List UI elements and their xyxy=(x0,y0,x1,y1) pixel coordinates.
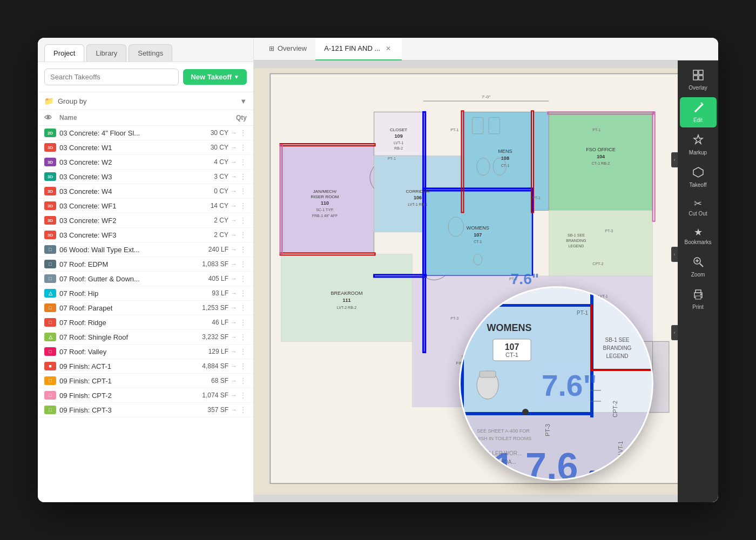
svg-text:7'-0": 7'-0" xyxy=(482,94,490,99)
item-menu[interactable]: ⋮ xyxy=(239,231,247,239)
item-menu[interactable]: ⋮ xyxy=(239,245,247,254)
item-menu[interactable]: ⋮ xyxy=(239,216,247,225)
item-arrow: → xyxy=(231,260,237,268)
item-menu[interactable]: ⋮ xyxy=(239,187,247,195)
item-menu[interactable]: ⋮ xyxy=(239,172,247,181)
svg-text:CORRIDOR: CORRIDOR xyxy=(406,189,430,194)
item-menu[interactable]: ⋮ xyxy=(239,391,247,400)
item-qty: 30 CY xyxy=(193,129,228,137)
tab-close-button[interactable]: ✕ xyxy=(383,44,393,53)
list-item[interactable]: 3D 03 Concrete: W2 4 CY → ⋮ xyxy=(38,155,253,170)
toolbar-section-chevron[interactable]: ‹ xyxy=(671,247,678,262)
bookmarks-icon: ★ xyxy=(694,227,703,237)
chevron-left-icon: ‹ xyxy=(674,157,676,163)
list-item[interactable]: □ 07 Roof: EDPM 1,083 SF → ⋮ xyxy=(38,257,253,272)
svg-text:WOMENS: WOMENS xyxy=(467,225,489,231)
item-qty: 405 LF xyxy=(193,275,228,282)
item-menu[interactable]: ⋮ xyxy=(239,362,247,370)
toolbar-bottom-chevron[interactable]: ‹ xyxy=(671,325,678,340)
list-item[interactable]: □ 07 Roof: Gutter & Down... 405 LF → ⋮ xyxy=(38,272,253,286)
tab-settings[interactable]: Settings xyxy=(129,44,172,62)
svg-rect-83 xyxy=(461,304,590,307)
list-item[interactable]: □ 09 Finish: CPT-2 1,074 SF → ⋮ xyxy=(38,388,253,403)
item-qty: 129 LF xyxy=(193,348,228,355)
item-badge: ■ xyxy=(44,362,56,370)
right-toolbar: Overlay Edit xyxy=(678,60,718,502)
list-item[interactable]: △ 07 Roof: Hip 93 LF → ⋮ xyxy=(38,286,253,301)
tab-a121[interactable]: A-121 FIN AND ... ✕ xyxy=(315,38,402,60)
list-item[interactable]: 3D 03 Concrete: W4 0 CY → ⋮ xyxy=(38,184,253,199)
list-item[interactable]: △ 07 Roof: Shingle Roof 3,232 SF → ⋮ xyxy=(38,330,253,345)
list-item[interactable]: 3D 03 Concrete: WF1 14 CY → ⋮ xyxy=(38,199,253,213)
svg-text:BRANDING: BRANDING xyxy=(603,345,632,351)
item-menu[interactable]: ⋮ xyxy=(239,143,247,152)
item-arrow: → xyxy=(231,144,237,151)
item-badge: □ xyxy=(44,318,56,327)
header-name: Name xyxy=(55,114,209,122)
new-takeoff-dropdown-arrow: ▼ xyxy=(234,74,239,80)
svg-text:LVT-1: LVT-1 xyxy=(394,141,403,145)
tab-bar: Project Library Settings xyxy=(38,38,253,62)
item-name: 06 Wood: Wall Type Ext... xyxy=(59,246,193,254)
item-menu[interactable]: ⋮ xyxy=(239,289,247,298)
item-arrow: → xyxy=(231,406,237,414)
item-menu[interactable]: ⋮ xyxy=(239,347,247,356)
list-item[interactable]: □ 06 Wood: Wall Type Ext... 240 LF → ⋮ xyxy=(38,242,253,257)
item-badge: 3D xyxy=(44,143,56,152)
svg-text:7.6": 7.6" xyxy=(542,369,597,402)
item-menu[interactable]: ⋮ xyxy=(239,129,247,137)
toolbar-markup[interactable]: Markup xyxy=(680,130,717,160)
item-name: 09 Finish: CPT-1 xyxy=(59,377,193,385)
item-menu[interactable]: ⋮ xyxy=(239,201,247,210)
item-menu[interactable]: ⋮ xyxy=(239,318,247,327)
toolbar-edit[interactable]: Edit xyxy=(680,97,717,127)
toolbar-overlay[interactable]: Overlay xyxy=(680,65,717,95)
item-menu[interactable]: ⋮ xyxy=(239,406,247,414)
toolbar-zoom[interactable]: Zoom xyxy=(680,252,717,282)
item-qty: 93 LF xyxy=(193,289,228,297)
tab-project[interactable]: Project xyxy=(44,44,84,62)
svg-text:CT-1: CT-1 xyxy=(501,164,509,168)
list-item[interactable]: ■ 09 Finish: ACT-1 4,884 SF → ⋮ xyxy=(38,359,253,374)
svg-text:LEGEND: LEGEND xyxy=(568,244,584,248)
chevron-left-icon-3: ‹ xyxy=(674,330,676,335)
group-by-bar[interactable]: 📁 Group by ▼ xyxy=(38,92,253,110)
list-item[interactable]: 3D 03 Concrete: W1 30 CY → ⋮ xyxy=(38,140,253,155)
list-item[interactable]: 3D 03 Concrete: WF3 2 CY → ⋮ xyxy=(38,228,253,242)
toolbar-takeoff[interactable]: Takeoff xyxy=(680,162,717,192)
item-name: 09 Finish: ACT-1 xyxy=(59,362,193,370)
list-item[interactable]: □ 07 Roof: Valley 129 LF → ⋮ xyxy=(38,345,253,359)
list-item[interactable]: 3D 03 Concrete: WF2 2 CY → ⋮ xyxy=(38,213,253,228)
item-menu[interactable]: ⋮ xyxy=(239,158,247,166)
tab-overview[interactable]: ⊞ Overview xyxy=(260,38,315,60)
toolbar-bookmarks[interactable]: ★ Bookmarks xyxy=(680,223,717,249)
print-label: Print xyxy=(692,304,704,310)
list-item[interactable]: □ 07 Roof: Ridge 46 LF → ⋮ xyxy=(38,315,253,330)
search-input[interactable] xyxy=(44,69,179,85)
list-item[interactable]: □ 07 Roof: Parapet 1,253 SF → ⋮ xyxy=(38,301,253,315)
list-item[interactable]: □ 09 Finish: CPT-1 68 SF → ⋮ xyxy=(38,374,253,388)
tab-library[interactable]: Library xyxy=(86,44,126,62)
new-takeoff-button[interactable]: New Takeoff ▼ xyxy=(183,69,247,85)
item-arrow: → xyxy=(231,158,237,166)
list-item[interactable]: □ 09 Finish: CPT-3 357 SF → ⋮ xyxy=(38,403,253,417)
item-menu[interactable]: ⋮ xyxy=(239,274,247,283)
item-menu[interactable]: ⋮ xyxy=(239,260,247,268)
toolbar-cutout[interactable]: ✂ Cut Out xyxy=(680,194,717,221)
svg-point-92 xyxy=(522,409,529,415)
svg-text:LEGEND: LEGEND xyxy=(606,353,628,359)
item-menu[interactable]: ⋮ xyxy=(239,376,247,385)
item-badge: □ xyxy=(44,274,56,283)
toolbar-collapse-chevron[interactable]: ‹ xyxy=(671,152,678,167)
item-menu[interactable]: ⋮ xyxy=(239,333,247,341)
toolbar-print[interactable]: Print xyxy=(680,284,717,314)
item-menu[interactable]: ⋮ xyxy=(239,303,247,312)
item-qty: 3,232 SF xyxy=(193,333,228,341)
list-item[interactable]: 2D 03 Concrete: 4" Floor Sl... 30 CY → ⋮ xyxy=(38,126,253,140)
item-qty: 1,083 SF xyxy=(193,260,228,268)
new-takeoff-label: New Takeoff xyxy=(191,73,232,81)
item-arrow: → xyxy=(231,202,237,210)
svg-text:BRANDING: BRANDING xyxy=(566,239,586,243)
list-item[interactable]: 3D 03 Concrete: W3 3 CY → ⋮ xyxy=(38,170,253,184)
markup-icon xyxy=(692,134,704,147)
